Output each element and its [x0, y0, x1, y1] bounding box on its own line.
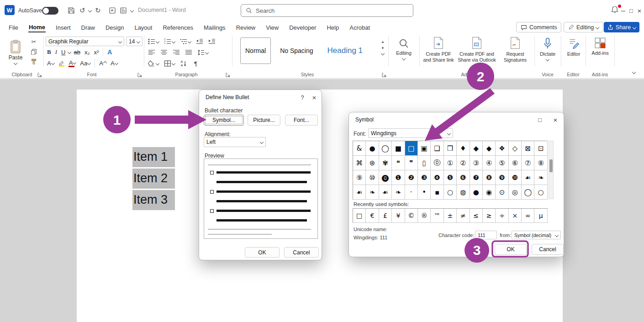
- document-list-item[interactable]: Item 3: [132, 190, 175, 210]
- word-app-icon[interactable]: W: [5, 5, 15, 15]
- symbol-cell[interactable]: ❞: [405, 156, 418, 170]
- symbol-cell[interactable]: ◆: [470, 141, 483, 156]
- underline-chevron-icon[interactable]: [68, 50, 71, 54]
- highlight-color-button[interactable]: [57, 58, 66, 68]
- tab-references[interactable]: References: [162, 22, 193, 32]
- undo-dropdown-chevron-icon[interactable]: [88, 9, 92, 12]
- define-bullet-ok-button[interactable]: OK: [245, 247, 280, 258]
- symbol-cell[interactable]: ·: [405, 185, 418, 200]
- tab-draw[interactable]: Draw: [81, 22, 95, 32]
- styles-scroll-up-icon[interactable]: ▴: [382, 39, 384, 44]
- symbol-cell[interactable]: &: [353, 141, 366, 156]
- symbol-cell[interactable]: ◎: [509, 185, 522, 200]
- recent-symbol-cell[interactable]: ∞: [522, 209, 534, 223]
- add-ins-button[interactable]: Add-ins: [587, 37, 613, 56]
- text-effects-button[interactable]: A: [106, 48, 113, 57]
- symbol-cell[interactable]: ❿: [509, 170, 522, 185]
- minimize-button[interactable]: ─: [619, 5, 627, 16]
- symbol-cell[interactable]: ■: [392, 141, 405, 156]
- quick-access-dropdown-chevron-icon[interactable]: [130, 9, 134, 12]
- grow-font-button[interactable]: A: [98, 58, 108, 68]
- recent-symbol-cell[interactable]: ≥: [483, 209, 496, 223]
- sort-button[interactable]: [179, 59, 188, 68]
- symbol-cell[interactable]: ❝: [392, 156, 405, 170]
- clipboard-dialog-launcher-icon[interactable]: [37, 73, 42, 77]
- define-bullet-cancel-button[interactable]: Cancel: [284, 247, 319, 258]
- symbol-cell[interactable]: ◇: [509, 141, 522, 156]
- symbol-cell[interactable]: ⊛: [366, 156, 379, 170]
- symbol-cell[interactable]: ▣: [418, 141, 431, 156]
- symbol-cell[interactable]: ❶: [392, 170, 405, 185]
- paragraph-dialog-launcher-icon[interactable]: [226, 73, 230, 77]
- redo-icon[interactable]: ↻: [95, 6, 101, 15]
- from-select[interactable]: Symbol (decimal): [512, 231, 561, 239]
- tab-review[interactable]: Review: [236, 22, 256, 32]
- align-left-button[interactable]: [147, 48, 156, 57]
- symbol-cell[interactable]: ③: [470, 156, 483, 170]
- numbering-button[interactable]: [163, 37, 176, 46]
- symbol-cell[interactable]: ○: [444, 185, 457, 200]
- symbol-cell[interactable]: ❸: [418, 170, 431, 185]
- align-center-button[interactable]: [159, 48, 169, 57]
- search-input[interactable]: Search: [241, 4, 413, 17]
- recent-symbol-cell[interactable]: ®: [418, 209, 431, 223]
- symbol-cell[interactable]: ▯: [418, 156, 431, 170]
- symbol-cell[interactable]: ❧: [534, 170, 547, 185]
- copy-button[interactable]: [28, 47, 39, 56]
- subscript-button[interactable]: x₂: [83, 48, 91, 57]
- symbol-cell[interactable]: ♦: [457, 141, 470, 156]
- font-name-select[interactable]: Graphik Regular: [46, 37, 124, 46]
- font-dialog-launcher-icon[interactable]: [137, 73, 142, 77]
- font-button[interactable]: Font...: [285, 115, 318, 126]
- symbol-button[interactable]: Symbol...: [204, 115, 244, 126]
- adobe-button-1[interactable]: Create PDF and Share link: [419, 37, 458, 63]
- symbol-cell[interactable]: ❾: [496, 170, 508, 185]
- tab-home[interactable]: Home: [28, 22, 46, 32]
- symbol-cell[interactable]: ❹: [431, 170, 443, 185]
- bold-button[interactable]: B: [46, 48, 53, 57]
- align-right-button[interactable]: [172, 48, 181, 57]
- tab-acrobat[interactable]: Acrobat: [349, 22, 370, 32]
- symbol-cell[interactable]: ●: [366, 141, 379, 156]
- document-list-item[interactable]: Item 1: [132, 147, 175, 167]
- recent-symbol-cell[interactable]: ¥: [392, 209, 405, 223]
- dialog-help-button[interactable]: ?: [296, 92, 309, 103]
- tab-design[interactable]: Design: [105, 22, 124, 32]
- quick-access-icon-2[interactable]: [120, 6, 127, 15]
- recent-symbol-cell[interactable]: ≤: [470, 209, 483, 223]
- symbol-cell[interactable]: ①: [444, 156, 457, 170]
- tab-file[interactable]: File: [8, 22, 19, 32]
- quick-access-icon-1[interactable]: [109, 6, 116, 15]
- recent-symbol-cell[interactable]: ÷: [496, 209, 508, 223]
- justify-button[interactable]: [184, 48, 193, 57]
- autosave-toggle[interactable]: [42, 7, 58, 15]
- symbol-cell[interactable]: ○: [534, 185, 547, 200]
- superscript-button[interactable]: x²: [92, 48, 100, 57]
- symbol-cell[interactable]: ⓿: [379, 170, 392, 185]
- bullets-button[interactable]: [147, 37, 160, 46]
- symbol-cell[interactable]: ②: [457, 156, 470, 170]
- symbol-cell[interactable]: ❖: [496, 141, 508, 156]
- symbol-cell[interactable]: ☙: [353, 185, 366, 200]
- style-card-normal[interactable]: Normal: [240, 37, 271, 64]
- change-case-button[interactable]: Aa: [79, 58, 92, 68]
- symbol-cell[interactable]: ☙: [379, 185, 392, 200]
- italic-button[interactable]: I: [54, 48, 58, 57]
- paste-button[interactable]: Paste: [5, 36, 26, 69]
- symbol-cell[interactable]: ☙: [522, 170, 534, 185]
- symbol-cell[interactable]: ④: [483, 156, 496, 170]
- symbol-cell[interactable]: ❽: [483, 170, 496, 185]
- symbol-dialog-maximize-button[interactable]: □: [533, 114, 546, 125]
- symbol-cancel-button[interactable]: Cancel: [532, 244, 564, 255]
- tab-developer[interactable]: Developer: [289, 22, 317, 32]
- font-size-select[interactable]: 14: [126, 37, 143, 46]
- symbol-cell[interactable]: ⑥: [509, 156, 522, 170]
- symbol-cell[interactable]: ◯: [379, 141, 392, 156]
- recent-symbol-cell[interactable]: ×: [509, 209, 522, 223]
- line-spacing-button[interactable]: [196, 48, 209, 57]
- symbol-cell[interactable]: ✾: [379, 156, 392, 170]
- symbol-cell[interactable]: ❑: [431, 141, 443, 156]
- symbol-cell[interactable]: ⑦: [522, 156, 534, 170]
- cut-button[interactable]: ✂: [28, 37, 39, 46]
- symbol-cell[interactable]: ⑧: [534, 156, 547, 170]
